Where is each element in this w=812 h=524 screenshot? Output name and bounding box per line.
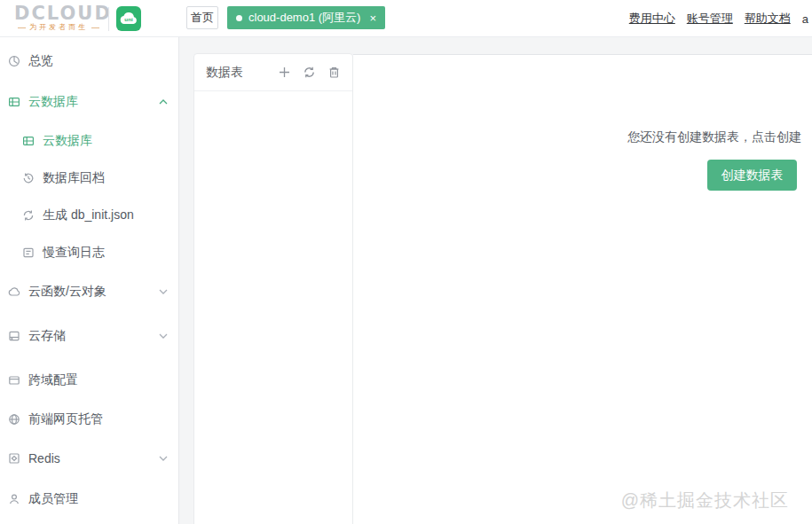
hosting-icon bbox=[8, 413, 20, 426]
chevron-down-icon[interactable] bbox=[159, 333, 168, 339]
empty-state-text: 您还没有创建数据表，点击创建 bbox=[627, 129, 801, 145]
sidebar-item-label: 慢查询日志 bbox=[43, 245, 105, 261]
cloud-storage-icon bbox=[8, 330, 20, 342]
unicloud-logo-icon[interactable]: uni bbox=[116, 6, 141, 31]
redis-icon bbox=[8, 452, 20, 465]
sidebar-group-redis[interactable]: Redis bbox=[0, 438, 178, 479]
cloud-function-icon bbox=[8, 285, 20, 298]
help-docs-link[interactable]: 帮助文档 bbox=[745, 11, 791, 27]
sidebar-group-cloud-functions[interactable]: 云函数/云对象 bbox=[0, 271, 178, 312]
status-dot-icon bbox=[236, 15, 242, 21]
chevron-down-icon[interactable] bbox=[159, 456, 168, 461]
sidebar-item-cloud-database[interactable]: 云数据库 bbox=[0, 122, 178, 160]
sidebar-item-label: 总览 bbox=[28, 53, 53, 69]
sidebar-nav: 总览 云数据库 云数据库 数据库回档 bbox=[0, 37, 179, 524]
database-icon bbox=[22, 135, 35, 147]
slow-log-icon bbox=[22, 246, 35, 259]
panel-actions bbox=[278, 66, 341, 79]
sidebar-item-label: 数据库回档 bbox=[43, 170, 105, 186]
sidebar-item-label: 云数据库 bbox=[43, 133, 92, 149]
top-header: DCLOUD 为开发者而生 uni 首页 cloud-demo1 (阿里云) ×… bbox=[0, 0, 812, 37]
sidebar-item-label: 生成 db_init.json bbox=[43, 207, 134, 223]
sidebar-item-overview[interactable]: 总览 bbox=[0, 41, 178, 82]
database-icon bbox=[8, 96, 20, 108]
create-table-button[interactable]: 创建数据表 bbox=[707, 160, 797, 191]
sidebar-item-label: 云数据库 bbox=[28, 94, 78, 110]
billing-center-link[interactable]: 费用中心 bbox=[629, 11, 675, 27]
chevron-up-icon[interactable] bbox=[159, 99, 168, 105]
account-manage-link[interactable]: 账号管理 bbox=[687, 11, 733, 27]
sidebar-item-label: 跨域配置 bbox=[28, 372, 78, 388]
sidebar-item-generate-db-init[interactable]: 生成 db_init.json bbox=[0, 197, 178, 234]
sidebar-item-label: 云存储 bbox=[28, 328, 66, 344]
plus-icon[interactable] bbox=[278, 66, 291, 79]
tab-label: cloud-demo1 (阿里云) bbox=[248, 10, 360, 26]
sidebar-item-label: 前端网页托管 bbox=[28, 411, 103, 427]
tab-home[interactable]: 首页 bbox=[186, 6, 218, 29]
overview-icon bbox=[8, 55, 20, 67]
generate-icon bbox=[22, 209, 35, 222]
dcloud-logo-text: DCLOUD bbox=[14, 4, 103, 23]
panel-title: 数据表 bbox=[206, 65, 278, 81]
uni-cloud-icon: uni bbox=[119, 12, 138, 26]
sidebar-item-label: 云函数/云对象 bbox=[28, 284, 106, 300]
chevron-down-icon[interactable] bbox=[159, 289, 168, 294]
data-tables-panel-header: 数据表 bbox=[194, 54, 352, 91]
tab-cloud-demo1[interactable]: cloud-demo1 (阿里云) × bbox=[227, 6, 385, 29]
watermark-text: @稀土掘金技术社区 bbox=[621, 489, 789, 512]
sidebar-group-cloud-storage[interactable]: 云存储 bbox=[0, 316, 178, 356]
sidebar-item-db-rollback[interactable]: 数据库回档 bbox=[0, 160, 178, 197]
sidebar-item-cors-config[interactable]: 跨域配置 bbox=[0, 360, 178, 401]
sidebar-item-label: Redis bbox=[28, 451, 60, 465]
main-content: 您还没有创建数据表，点击创建 创建数据表 bbox=[353, 54, 812, 524]
members-icon bbox=[8, 493, 20, 505]
refresh-icon[interactable] bbox=[303, 66, 316, 79]
sidebar-item-slow-query-log[interactable]: 慢查询日志 bbox=[0, 234, 178, 271]
header-links: 费用中心 账号管理 帮助文档 a bbox=[629, 0, 810, 37]
dcloud-logo[interactable]: DCLOUD 为开发者而生 bbox=[14, 4, 103, 32]
rollback-icon bbox=[22, 172, 35, 184]
trash-icon[interactable] bbox=[327, 66, 341, 79]
close-icon[interactable]: × bbox=[369, 12, 376, 25]
cors-icon bbox=[8, 374, 20, 387]
page: DCLOUD 为开发者而生 uni 首页 cloud-demo1 (阿里云) ×… bbox=[0, 0, 812, 524]
sidebar-item-label: 成员管理 bbox=[28, 491, 78, 507]
account-name-partial[interactable]: a bbox=[802, 12, 808, 26]
dcloud-logo-tagline: 为开发者而生 bbox=[14, 23, 103, 32]
sidebar-item-web-hosting[interactable]: 前端网页托管 bbox=[0, 401, 178, 438]
sidebar-item-member-management[interactable]: 成员管理 bbox=[0, 479, 178, 520]
sidebar-group-cloud-database[interactable]: 云数据库 bbox=[0, 82, 178, 122]
header-divider bbox=[108, 7, 109, 31]
data-tables-panel: 数据表 bbox=[193, 53, 353, 524]
svg-text:uni: uni bbox=[124, 16, 133, 22]
